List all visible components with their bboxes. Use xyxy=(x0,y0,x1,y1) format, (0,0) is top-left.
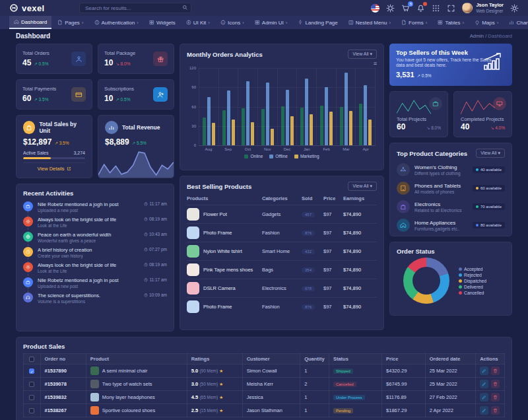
donut-legend-item-rejected: Rejected xyxy=(459,273,486,277)
chevron-right-icon: › xyxy=(242,20,244,26)
bar-online xyxy=(359,104,362,145)
delete-button[interactable] xyxy=(491,380,500,388)
nav-item-icons[interactable]: Icons› xyxy=(216,16,249,29)
status-cell: Shipped xyxy=(329,365,381,378)
nav-item-charts[interactable]: Charts› xyxy=(504,16,528,29)
product-category: Fashion xyxy=(262,304,302,310)
nav-item-pages[interactable]: Pages› xyxy=(53,16,88,29)
nav-item-landing-page[interactable]: Landing Page xyxy=(293,16,342,29)
status-dot xyxy=(476,224,478,227)
bar-offline xyxy=(207,97,211,145)
rating-value: 5.0 xyxy=(191,368,198,374)
apps-grid-icon[interactable] xyxy=(432,4,440,13)
row-checkbox[interactable] xyxy=(29,408,34,413)
brand-name: vexel xyxy=(22,3,45,13)
settings-gear-icon[interactable] xyxy=(510,4,519,13)
search-input[interactable] xyxy=(79,3,191,13)
recent-activities-card: Recent Activities Nile Robetz mentioned … xyxy=(16,184,174,332)
order-status-legend: AcceptedRejectedDispatchedDeliveredCance… xyxy=(459,265,486,297)
nav-item-admin-ui[interactable]: Admin UI› xyxy=(250,16,292,29)
product-cell-inner: A semi minimal chair xyxy=(90,367,183,375)
y-axis-tick: 90 xyxy=(187,85,196,89)
delete-button[interactable] xyxy=(491,393,500,402)
nav-item-authentication[interactable]: Authentication› xyxy=(90,16,143,29)
ratings-cell: 3.0 (50 Mem) ★ xyxy=(187,378,242,391)
edit-button[interactable] xyxy=(480,367,488,375)
product-thumbnail xyxy=(187,282,199,295)
view-details-link[interactable]: View Details xyxy=(23,162,85,172)
row-checkbox[interactable]: ✓ xyxy=(29,368,34,374)
category-text: ElectronicsRelated to all Electronics xyxy=(414,201,468,213)
row-checkbox[interactable] xyxy=(29,382,34,387)
cart-icon[interactable]: 5 xyxy=(401,4,410,13)
category-list: Women's ClothingDiffernt types of clothi… xyxy=(397,160,505,234)
edit-button[interactable] xyxy=(480,393,488,402)
activity-item: A brief history of creationCreate your o… xyxy=(23,245,167,260)
language-flag-icon[interactable] xyxy=(371,4,380,13)
order-no-cell: #1539078 xyxy=(40,378,86,391)
nav-item-ui-kit[interactable]: UI Kit› xyxy=(182,16,214,29)
right-column: Top Sellers of this Week You have got 5 … xyxy=(389,44,512,316)
best-selling-view-all-button[interactable]: View All ▾ xyxy=(348,182,377,191)
edit-button[interactable] xyxy=(480,380,488,388)
row-checkbox[interactable] xyxy=(29,395,34,400)
chart-menu-icon[interactable]: ≡ xyxy=(187,61,377,65)
select-all-checkbox[interactable] xyxy=(29,357,34,362)
customer-cell: Jason Stathman xyxy=(242,404,300,417)
legend-label: Rejected xyxy=(464,273,482,277)
price-cell: $97 xyxy=(323,248,343,254)
notifications-bell-icon[interactable] xyxy=(416,4,425,13)
actions-cell xyxy=(476,378,505,391)
legend-label: Cancelled xyxy=(464,291,484,295)
categories-view-all-button[interactable]: View All ▾ xyxy=(476,149,505,158)
bar-marketing xyxy=(329,112,333,145)
y-axis-tick: 0 xyxy=(187,143,196,147)
activity-title: Nile Robetz mentioned a jogh in post xyxy=(38,277,139,283)
earnings-cell: $74,890 xyxy=(343,285,377,291)
nav-item-dashboard[interactable]: Dashboard xyxy=(9,16,51,29)
order-no: #1539832 xyxy=(45,394,67,400)
x-axis-label: Dec xyxy=(277,147,297,151)
edit-button[interactable] xyxy=(480,406,488,415)
product-cell-inner: Two type of watch sets xyxy=(90,380,183,388)
search-icon[interactable] xyxy=(182,5,188,11)
brand[interactable]: vexel xyxy=(9,3,73,13)
user-menu[interactable]: Json Taylor Web Designer xyxy=(462,3,504,13)
delete-button[interactable] xyxy=(491,406,500,415)
stat-value: 10↘ 8.0% xyxy=(104,58,135,67)
delete-button[interactable] xyxy=(491,367,500,375)
nav-item-tables[interactable]: Tables› xyxy=(433,16,469,29)
order-no-cell: #1538267 xyxy=(40,404,86,417)
nav-item-forms[interactable]: Forms› xyxy=(397,16,432,29)
nav-item-maps[interactable]: Maps› xyxy=(470,16,503,29)
breadcrumb-section[interactable]: Admin xyxy=(470,33,484,39)
y-axis-tick: 120 xyxy=(187,66,196,70)
product-thumbnail xyxy=(187,263,199,276)
bar-offline xyxy=(345,73,348,145)
bar-marketing xyxy=(232,120,235,145)
product-name: Photo Frame xyxy=(203,304,232,310)
nav-item-nested-menu[interactable]: Nested Menu› xyxy=(344,16,395,29)
product-name: Nylon White tshirt xyxy=(203,248,242,254)
monthly-view-all-button[interactable]: View All ▾ xyxy=(348,50,377,59)
x-axis-label: Oct xyxy=(238,147,258,151)
nav-item-widgets[interactable]: Widgets xyxy=(145,16,180,29)
activity-time: 11:17 am xyxy=(144,201,167,206)
stat-trend: ↗ 3.5% xyxy=(34,97,48,102)
table-header-Customer: Customer xyxy=(242,354,300,365)
pin-icon xyxy=(475,20,480,25)
monitor-icon xyxy=(493,97,506,110)
row-checkbox-cell xyxy=(24,404,41,417)
category-availability-badge: 60 available xyxy=(473,185,505,192)
fullscreen-icon[interactable] xyxy=(447,4,455,13)
product-thumbnail xyxy=(187,245,199,258)
x-axis-label: Sep xyxy=(218,147,238,151)
rating-count: (50 Mem) xyxy=(199,382,218,386)
category-availability-badge: 40 available xyxy=(473,166,505,173)
activity-item: Nile Robetz mentioned a jogh in postUplo… xyxy=(23,199,167,215)
earnings-cell: $74,890 xyxy=(343,267,377,273)
activity-time-text: 08:19 am xyxy=(149,262,167,267)
theme-toggle-sun-icon[interactable] xyxy=(386,4,395,13)
revenue-trend: ↗ 5.5% xyxy=(132,141,147,146)
briefcase-icon xyxy=(429,97,442,110)
